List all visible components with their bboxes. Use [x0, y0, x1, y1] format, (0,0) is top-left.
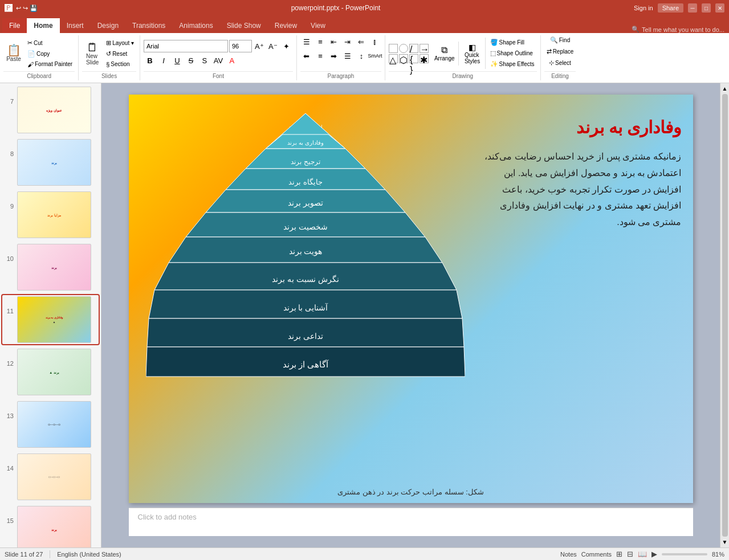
normal-view-button[interactable]: ⊞ [616, 550, 622, 558]
minimize-button[interactable]: ─ [688, 3, 697, 13]
tab-insert[interactable]: Insert [60, 18, 91, 33]
share-button[interactable]: Share [658, 3, 683, 13]
shape-fill-button[interactable]: 🪣Shape Fill [488, 38, 537, 47]
shape-3[interactable]: ⬡ [399, 54, 408, 63]
paste-button[interactable]: 📋 Paste [3, 43, 24, 63]
justify-button[interactable]: ☰ [341, 50, 354, 62]
format-painter-button[interactable]: 🖌Format Painter [25, 60, 75, 69]
scroll-up-button[interactable]: ▲ [722, 85, 728, 92]
copy-button[interactable]: 📄Copy [25, 49, 75, 59]
arrange-button[interactable]: ⧉ Arrange [432, 44, 457, 63]
slide-thumb-10[interactable]: 10 برند [2, 243, 99, 292]
font-grow-button[interactable]: A⁺ [253, 40, 266, 52]
slide-panel[interactable]: 7 عنوان ویژه 8 برند 9 مزایا برند 10 برند… [0, 83, 101, 547]
replace-button[interactable]: ⇄Replace [544, 47, 576, 56]
slideshow-button[interactable]: ▶ [651, 550, 657, 558]
shape-effects-button[interactable]: ✨Shape Effects [488, 59, 537, 69]
bold-button[interactable]: B [144, 54, 156, 67]
font-shrink-button[interactable]: A⁻ [267, 40, 279, 52]
increase-indent-button[interactable]: ⇥ [341, 35, 354, 48]
arrange-icon: ⧉ [441, 45, 447, 55]
select-button[interactable]: ⊹Select [547, 58, 573, 68]
notes-area[interactable]: Click to add notes [129, 508, 693, 536]
shadow-button[interactable]: S [198, 54, 211, 67]
language-indicator: English (United States) [57, 551, 121, 558]
slide-sorter-button[interactable]: ⊟ [627, 550, 633, 558]
slide-thumb-12[interactable]: 12 ▲ برند [2, 348, 99, 397]
quick-styles-button[interactable]: ◧ QuickStyles [461, 42, 484, 66]
notes-button[interactable]: Notes [560, 551, 577, 558]
shape-rect[interactable] [389, 44, 398, 53]
shape-outline-button[interactable]: ⬚Shape Outline [488, 48, 537, 58]
shape-line[interactable]: / [409, 44, 418, 53]
bullets-button[interactable]: ☰ [300, 35, 313, 48]
ribbon-tabs: File Home Insert Design Transitions Anim… [0, 16, 729, 33]
shape-2[interactable]: △ [389, 54, 398, 63]
cut-button[interactable]: ✂Cut [25, 38, 75, 48]
scroll-thumb[interactable] [722, 94, 728, 537]
slide-thumb-9[interactable]: 9 مزایا برند [2, 190, 99, 239]
sign-in-button[interactable]: Sign in [634, 5, 653, 11]
tab-review[interactable]: Review [268, 18, 304, 33]
columns-button[interactable]: ⫿ [369, 35, 381, 48]
comments-button[interactable]: Comments [581, 551, 612, 558]
font-label: Font [144, 71, 293, 80]
slide-thumb-8[interactable]: 8 برند [2, 138, 99, 187]
zoom-slider[interactable] [662, 553, 707, 555]
convert-smartart-button[interactable]: SmArt [369, 50, 381, 62]
tell-me-input[interactable]: Tell me what you want to do... [642, 26, 724, 33]
align-left-button[interactable]: ⬅ [300, 50, 313, 62]
strikethrough-button[interactable]: S [185, 54, 197, 67]
tab-file[interactable]: File [2, 18, 27, 33]
tab-transitions[interactable]: Transitions [125, 18, 172, 33]
align-right-button[interactable]: ➡ [328, 50, 340, 62]
status-right: Notes Comments ⊞ ⊟ 📖 ▶ 81% [560, 550, 724, 558]
align-center-button[interactable]: ≡ [314, 50, 327, 62]
maximize-button[interactable]: □ [702, 3, 711, 13]
slide-thumb-11[interactable]: 11 وفاداری به برند ▲ [2, 295, 99, 344]
slide-preview-11: وفاداری به برند ▲ [17, 296, 91, 343]
slide-text-area: وفاداری به برند زمانیکه مشتری پس از خرید… [477, 117, 682, 231]
underline-button[interactable]: U [171, 54, 184, 67]
rtl-button[interactable]: ⇐ [355, 35, 368, 48]
font-color-button[interactable]: A [226, 54, 238, 67]
find-button[interactable]: 🔍Find [548, 35, 572, 45]
clear-format-button[interactable]: ✦ [280, 40, 293, 52]
decrease-indent-button[interactable]: ⇤ [328, 35, 340, 48]
ribbon-group-clipboard: 📋 Paste ✂Cut 📄Copy 🖌Format Painter Clipb… [0, 35, 79, 80]
title-bar: 🅿 ↩ ↪ 💾 powerpoint.pptx - PowerPoint Sig… [0, 0, 729, 16]
tab-design[interactable]: Design [91, 18, 125, 33]
zoom-level: 81% [712, 551, 724, 558]
close-button[interactable]: ✕ [715, 3, 724, 13]
slide-preview-15: برند [17, 506, 91, 547]
reading-view-button[interactable]: 📖 [638, 550, 647, 558]
shape-arrow[interactable]: → [420, 44, 429, 53]
tab-animations[interactable]: Animations [172, 18, 219, 33]
slide-canvas[interactable]: ارزش ویژه برند وفاداری به برند ترجیح برن… [129, 95, 693, 503]
italic-button[interactable]: I [157, 54, 170, 67]
tab-slideshow[interactable]: Slide Show [220, 18, 268, 33]
shape-oval[interactable] [399, 44, 408, 53]
line-spacing-button[interactable]: ↕ [355, 50, 368, 62]
shape-5[interactable]: ✱ [420, 54, 429, 63]
ribbon-group-slides: 🗒 NewSlide ⊞Layout ▾ ↺Reset §Section Sli… [79, 35, 140, 80]
slide-thumb-15[interactable]: 15 برند [2, 505, 99, 547]
shape-4[interactable]: { } [409, 54, 418, 63]
scroll-down-button[interactable]: ▼ [722, 539, 728, 545]
new-slide-button[interactable]: 🗒 NewSlide [82, 40, 103, 67]
font-size-input[interactable] [229, 40, 252, 52]
char-spacing-button[interactable]: AV [212, 54, 225, 67]
canvas-area[interactable]: ارزش ویژه برند وفاداری به برند ترجیح برن… [101, 83, 720, 547]
slide-thumb-14[interactable]: 14 □→□→□ [2, 452, 99, 501]
tab-home[interactable]: Home [27, 18, 59, 33]
layout-button[interactable]: ⊞Layout ▾ [104, 38, 136, 48]
font-name-input[interactable] [144, 40, 228, 52]
reset-button[interactable]: ↺Reset [104, 49, 136, 59]
slide-preview-14: □→□→□ [17, 453, 91, 500]
slide-thumb-7[interactable]: 7 عنوان ویژه [2, 85, 99, 134]
tab-view[interactable]: View [304, 18, 332, 33]
numbering-button[interactable]: ≡ [314, 35, 327, 48]
slide-thumb-13[interactable]: 13 ⊙—⊙—⊙ [2, 400, 99, 449]
vertical-scrollbar[interactable]: ▲ ▼ [720, 83, 729, 547]
section-button[interactable]: §Section [104, 60, 136, 69]
